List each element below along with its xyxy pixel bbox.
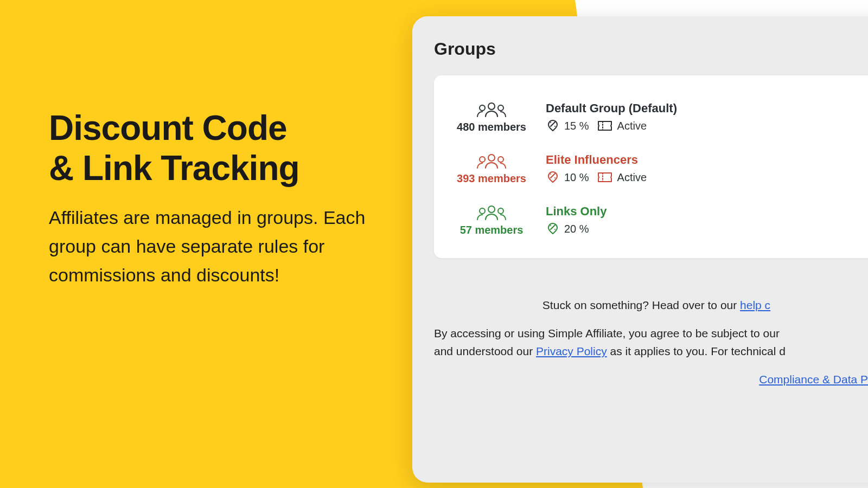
marketing-title-line2: & Link Tracking xyxy=(49,149,299,188)
commission-value: 10 % xyxy=(564,171,589,184)
members-icon xyxy=(476,101,507,118)
group-row[interactable]: 393 members Elite Influencers 10 % xyxy=(454,143,859,195)
group-row[interactable]: 57 members Links Only 20 % xyxy=(454,195,859,246)
members-count: 57 members xyxy=(460,224,524,236)
privacy-link[interactable]: Privacy Policy xyxy=(536,345,607,357)
help-line: Stuck on something? Head over to our hel… xyxy=(434,296,868,314)
legal-line: By accessing or using Simple Affiliate, … xyxy=(434,324,868,361)
members-icon xyxy=(476,204,507,221)
svg-point-6 xyxy=(488,206,495,213)
groups-card: 480 members Default Group (Default) 15 % xyxy=(434,75,868,258)
members-count: 393 members xyxy=(457,172,526,184)
marketing-title-line1: Discount Code xyxy=(49,108,287,147)
svg-point-7 xyxy=(480,208,485,214)
panel-footer: Stuck on something? Head over to our hel… xyxy=(434,296,868,388)
svg-point-2 xyxy=(498,105,503,111)
commission-icon xyxy=(546,119,560,133)
svg-point-0 xyxy=(488,103,495,110)
members-count: 480 members xyxy=(457,121,526,133)
commission-icon xyxy=(546,170,560,184)
members-icon xyxy=(476,153,507,169)
group-name: Default Group (Default) xyxy=(546,101,859,115)
marketing-title: Discount Code & Link Tracking xyxy=(49,108,385,188)
compliance-link[interactable]: Compliance & Data P xyxy=(759,373,868,386)
svg-point-1 xyxy=(480,105,485,111)
svg-point-3 xyxy=(488,155,495,161)
commission-value: 15 % xyxy=(564,120,589,132)
status-label: Active xyxy=(617,171,647,184)
group-row[interactable]: 480 members Default Group (Default) 15 % xyxy=(454,92,859,143)
svg-point-8 xyxy=(498,208,503,214)
panel-title: Groups xyxy=(434,39,868,59)
svg-point-4 xyxy=(480,157,485,162)
commission-value: 20 % xyxy=(564,223,589,235)
commission-icon xyxy=(546,222,560,236)
status-label: Active xyxy=(617,120,647,132)
help-link[interactable]: help c xyxy=(740,299,770,311)
ticket-icon xyxy=(597,171,613,183)
marketing-copy: Discount Code & Link Tracking Affiliates… xyxy=(49,108,385,289)
marketing-subtitle: Affiliates are managed in groups. Each g… xyxy=(49,203,385,289)
groups-panel: Groups 480 members Default Group (Defaul… xyxy=(412,16,868,483)
ticket-icon xyxy=(597,120,613,132)
svg-point-5 xyxy=(498,157,503,162)
group-name: Links Only xyxy=(546,204,859,219)
group-name: Elite Influencers xyxy=(546,153,859,167)
compliance-line: Compliance & Data P xyxy=(434,370,868,389)
